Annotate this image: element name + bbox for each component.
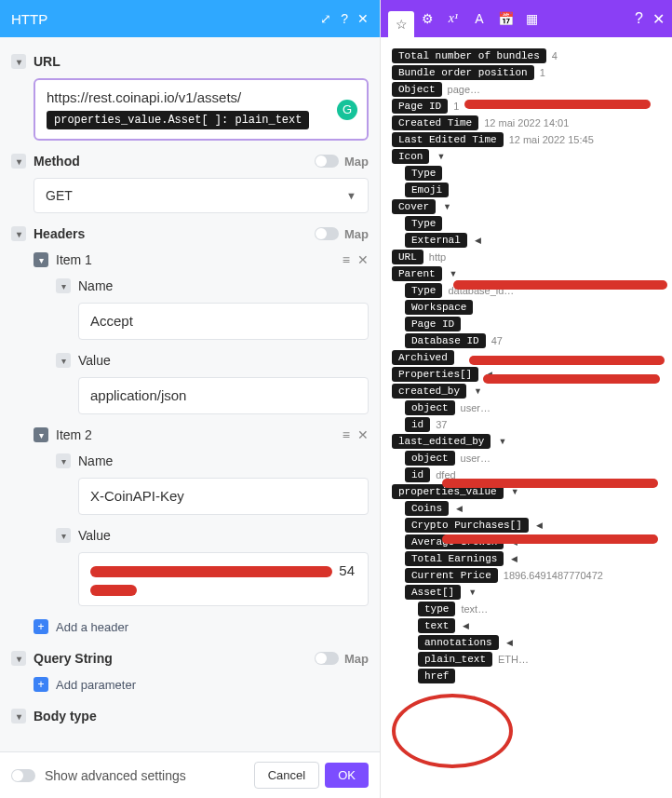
tree-key[interactable]: Crypto Purchases[] [405, 518, 529, 533]
tree-key[interactable]: Emoji [405, 183, 449, 197]
url-input[interactable]: https://rest.coinapi.io/v1/assets/ prope… [34, 78, 369, 141]
tab-calendar[interactable]: 📅 [492, 6, 518, 32]
tree-key[interactable]: Parent [392, 266, 442, 281]
help-icon[interactable]: ? [341, 11, 348, 26]
menu-icon[interactable]: ≡ [343, 427, 350, 442]
map-toggle[interactable] [315, 652, 339, 665]
chevron-down-icon[interactable]: ▼ [468, 588, 477, 597]
tree-key[interactable]: Total number of bundles [392, 48, 546, 63]
item2-label: Item 2 [56, 427, 343, 442]
header-item-2[interactable]: ▾ Item 2 ≡ ✕ [11, 422, 369, 448]
tree-val: text… [461, 603, 488, 615]
chevron-down-icon[interactable]: ▼ [437, 152, 445, 161]
tree-key[interactable]: created_by [392, 384, 466, 399]
body-section-head[interactable]: ▾ Body type [11, 703, 369, 729]
tree-key[interactable]: Current Price [405, 568, 498, 583]
tree-key[interactable]: object [405, 400, 455, 415]
tree-key[interactable]: Coins [405, 501, 449, 516]
add-param-button[interactable]: + Add parameter [11, 671, 369, 697]
tree-key[interactable]: Properties[] [392, 367, 478, 382]
tree-key[interactable]: Type [405, 216, 442, 231]
tree-key[interactable]: id [405, 467, 430, 482]
chevron-down-icon: ▾ [56, 528, 71, 543]
advanced-toggle[interactable] [11, 769, 35, 782]
tree-key[interactable]: Database ID [405, 333, 486, 348]
chevron-left-icon[interactable]: ◀ [475, 236, 481, 245]
tree-val: 1 [540, 67, 545, 78]
chevron-down-icon[interactable]: ▼ [450, 269, 458, 278]
tree-key[interactable]: Archived [392, 350, 454, 365]
chevron-down-icon[interactable]: ▼ [511, 487, 519, 496]
header1-value-input[interactable]: application/json [78, 377, 369, 414]
add-header-button[interactable]: + Add a header [11, 614, 369, 640]
method-section-head[interactable]: ▾ Method Map [11, 148, 369, 174]
chevron-left-icon[interactable]: ◀ [536, 521, 543, 530]
help-icon[interactable]: ? [635, 10, 643, 27]
header2-value-input[interactable]: 54 [78, 552, 369, 606]
tree-key[interactable]: Icon [392, 149, 429, 164]
chevron-down-icon[interactable]: ▼ [498, 437, 506, 446]
chevron-down-icon: ▾ [56, 278, 71, 293]
tab-text[interactable]: A [466, 6, 492, 32]
tree-key[interactable]: Object [392, 82, 442, 97]
tree-key[interactable]: Type [405, 166, 442, 181]
chevron-down-icon: ▼ [346, 190, 356, 201]
tree-key[interactable]: Workspace [405, 300, 473, 315]
tree-key[interactable]: object [405, 451, 455, 466]
method-select[interactable]: GET ▼ [34, 178, 369, 213]
header-item-1[interactable]: ▾ Item 1 ≡ ✕ [11, 247, 369, 273]
tree-key[interactable]: Total Earnings [405, 551, 504, 566]
tree-key[interactable]: Created Time [392, 115, 478, 130]
tab-gear[interactable]: ⚙ [414, 6, 440, 32]
form-body: ▾ URL https://rest.coinapi.io/v1/assets/… [0, 37, 380, 751]
cancel-button[interactable]: Cancel [254, 762, 319, 789]
item1-label: Item 1 [56, 252, 343, 267]
tree-key[interactable]: Page ID [392, 99, 448, 114]
map-toggle[interactable] [315, 227, 339, 240]
tree-key[interactable]: plain_text [418, 652, 492, 667]
map-toggle[interactable] [315, 155, 339, 168]
tree-key[interactable]: type [418, 602, 455, 616]
chevron-left-icon[interactable]: ◀ [463, 621, 469, 630]
chevron-down-icon[interactable]: ▼ [443, 202, 451, 211]
tree-key[interactable]: href [418, 669, 455, 683]
tab-x1[interactable]: x¹ [440, 6, 466, 32]
data-tree[interactable]: Total number of bundles4 Bundle order po… [381, 37, 672, 798]
tree-key[interactable]: annotations [418, 635, 499, 650]
tree-key[interactable]: Cover [392, 199, 436, 214]
plus-icon: + [34, 677, 48, 692]
tree-val: 1896.6491487770472 [504, 570, 603, 581]
tree-key[interactable]: last_edited_by [392, 434, 491, 449]
mapped-pill[interactable]: properties_value.Asset[ ]: plain_text [47, 111, 309, 129]
tree-key[interactable]: id [405, 417, 430, 432]
tree-val: 37 [436, 419, 447, 430]
tree-key[interactable]: Asset[] [405, 585, 461, 600]
chevron-left-icon[interactable]: ◀ [511, 554, 517, 563]
chevron-left-icon[interactable]: ◀ [506, 638, 513, 647]
query-section-head[interactable]: ▾ Query String Map [11, 645, 369, 671]
ok-button[interactable]: OK [325, 763, 369, 788]
url-section-head[interactable]: ▾ URL [11, 48, 369, 74]
header2-name-input[interactable]: X-CoinAPI-Key [78, 478, 369, 515]
tree-key[interactable]: Last Edited Time [392, 132, 504, 147]
grammarly-icon[interactable]: G [337, 100, 357, 120]
tab-grid[interactable]: ▦ [518, 6, 544, 32]
remove-icon[interactable]: ✕ [357, 427, 369, 442]
header1-name-input[interactable]: Accept [78, 303, 369, 340]
remove-icon[interactable]: ✕ [357, 252, 369, 267]
close-icon[interactable]: ✕ [357, 11, 369, 26]
close-icon[interactable]: ✕ [652, 10, 665, 28]
redaction [464, 100, 651, 109]
tree-key[interactable]: External [405, 233, 467, 248]
tab-star[interactable]: ☆ [388, 11, 414, 37]
tree-key[interactable]: Type [405, 283, 442, 298]
tree-key[interactable]: Page ID [405, 317, 461, 331]
menu-icon[interactable]: ≡ [343, 252, 350, 267]
expand-icon[interactable]: ⤢ [320, 11, 331, 26]
tree-key[interactable]: text [418, 618, 455, 633]
chevron-left-icon[interactable]: ◀ [456, 504, 463, 513]
chevron-down-icon[interactable]: ▼ [474, 386, 482, 396]
tree-key[interactable]: Bundle order position [392, 65, 534, 80]
headers-section-head[interactable]: ▾ Headers Map [11, 221, 369, 247]
tree-key[interactable]: URL [392, 250, 423, 264]
